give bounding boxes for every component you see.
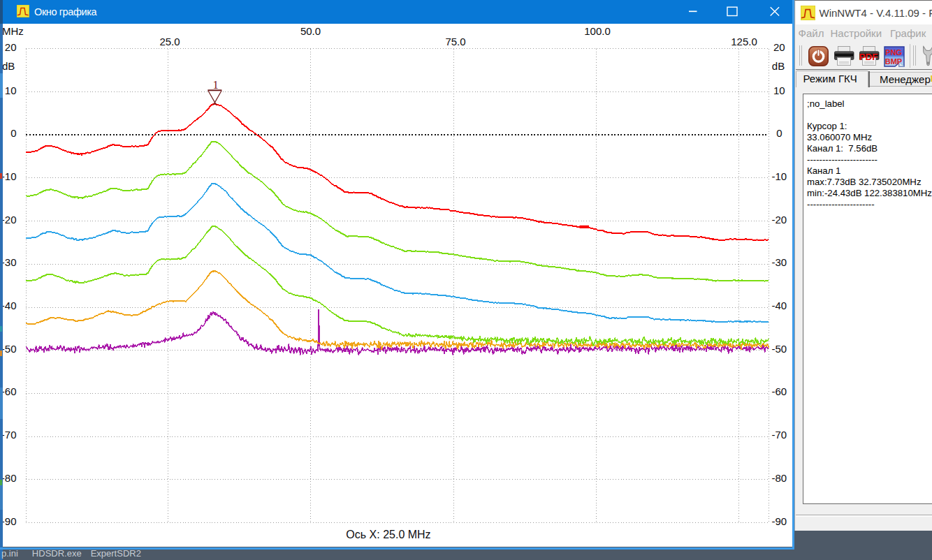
svg-text:50.0: 50.0 [300,25,321,37]
svg-text:-60: -60 [3,385,17,397]
svg-text:0: 0 [10,127,16,139]
svg-text:25.0: 25.0 [159,36,180,47]
svg-text:10: 10 [5,84,17,96]
svg-text:-80: -80 [3,472,17,484]
svg-text:-70: -70 [771,429,787,441]
svg-text:125.0: 125.0 [731,36,757,47]
svg-text:-40: -40 [3,300,17,311]
svg-text:-20: -20 [771,214,787,226]
svg-text:0: 0 [776,127,782,139]
svg-text:-90: -90 [771,515,787,527]
svg-text:PDF: PDF [859,52,878,62]
svg-text:-20: -20 [3,214,17,226]
svg-text:-30: -30 [3,256,17,268]
svg-text:PNG: PNG [885,48,902,57]
svg-text:100.0: 100.0 [584,25,611,37]
svg-text:10: 10 [773,84,785,96]
svg-text:-60: -60 [771,385,787,397]
svg-text:-70: -70 [3,429,17,441]
svg-text:1: 1 [212,78,218,91]
svg-text:dB: dB [772,60,785,72]
svg-text:dB: dB [3,60,15,72]
svg-text:-30: -30 [771,256,787,268]
svg-text:20: 20 [773,41,785,53]
svg-text:20: 20 [5,41,17,53]
svg-text:-10: -10 [771,170,787,182]
svg-text:MHz: MHz [3,25,24,37]
svg-text:-80: -80 [771,472,787,484]
svg-text:-40: -40 [771,300,787,311]
svg-text:-90: -90 [3,515,17,527]
svg-text:-10: -10 [3,170,17,182]
svg-text:75.0: 75.0 [445,36,465,47]
svg-text:BMP: BMP [884,57,901,66]
svg-text:-50: -50 [771,343,787,355]
svg-text:Ось X: 25.0 MHz: Ось X: 25.0 MHz [346,529,430,540]
svg-text:-50: -50 [3,343,17,355]
